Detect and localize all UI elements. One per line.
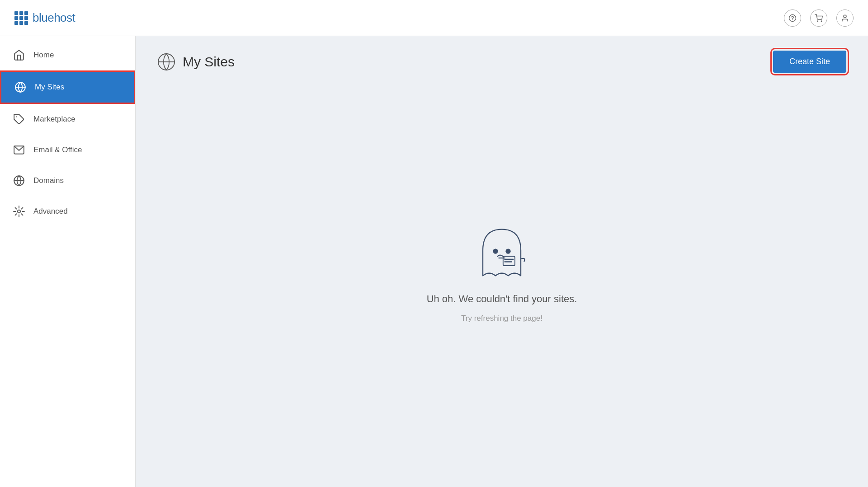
svg-point-4 <box>844 15 846 18</box>
domains-icon <box>13 174 25 187</box>
sidebar-item-home[interactable]: Home <box>0 40 135 70</box>
advanced-icon <box>13 205 25 218</box>
cart-icon <box>815 14 823 22</box>
sidebar-item-advanced[interactable]: Advanced <box>0 196 135 227</box>
sidebar-item-marketplace-label: Marketplace <box>33 115 75 124</box>
main-header: My Sites Create Site <box>136 36 868 84</box>
logo-text: bluehost <box>33 11 75 25</box>
svg-point-14 <box>505 248 510 253</box>
sidebar-item-domains[interactable]: Domains <box>0 165 135 196</box>
user-icon <box>841 14 849 22</box>
sidebar-item-my-sites[interactable]: My Sites <box>0 70 135 104</box>
svg-point-2 <box>817 21 818 22</box>
page-title: My Sites <box>183 54 235 70</box>
page-wordpress-icon <box>157 53 175 71</box>
empty-state-title: Uh oh. We couldn't find your sites. <box>427 293 577 305</box>
empty-state-subtitle: Try refreshing the page! <box>461 314 542 323</box>
email-icon <box>13 144 25 156</box>
sidebar-item-domains-label: Domains <box>33 176 64 185</box>
marketplace-icon <box>13 113 25 126</box>
logo-area[interactable]: bluehost <box>14 11 75 25</box>
sidebar: Home My Sites Marketplace <box>0 36 136 487</box>
main-layout: Home My Sites Marketplace <box>0 36 868 487</box>
svg-point-13 <box>493 248 498 253</box>
help-icon <box>788 14 797 22</box>
sidebar-item-email-office-label: Email & Office <box>33 145 82 155</box>
sidebar-item-email-office[interactable]: Email & Office <box>0 135 135 165</box>
main-content: My Sites Create Site <box>136 36 868 487</box>
sidebar-item-marketplace[interactable]: Marketplace <box>0 104 135 135</box>
user-button[interactable] <box>836 9 854 27</box>
sidebar-item-advanced-label: Advanced <box>33 207 68 216</box>
sidebar-item-home-label: Home <box>33 51 54 60</box>
main-title-area: My Sites <box>157 53 235 71</box>
home-icon <box>13 49 25 61</box>
sidebar-item-my-sites-label: My Sites <box>35 83 64 92</box>
cart-button[interactable] <box>810 9 827 27</box>
svg-point-10 <box>18 210 21 213</box>
svg-point-3 <box>821 21 822 22</box>
help-button[interactable] <box>784 9 801 27</box>
wordpress-icon <box>14 81 27 94</box>
header-icons <box>784 9 854 27</box>
empty-state: Uh oh. We couldn't find your sites. Try … <box>136 84 868 487</box>
create-site-button[interactable]: Create Site <box>773 51 846 73</box>
ghost-illustration <box>472 221 531 284</box>
top-header: bluehost <box>0 0 868 36</box>
logo-grid-icon <box>14 11 28 25</box>
